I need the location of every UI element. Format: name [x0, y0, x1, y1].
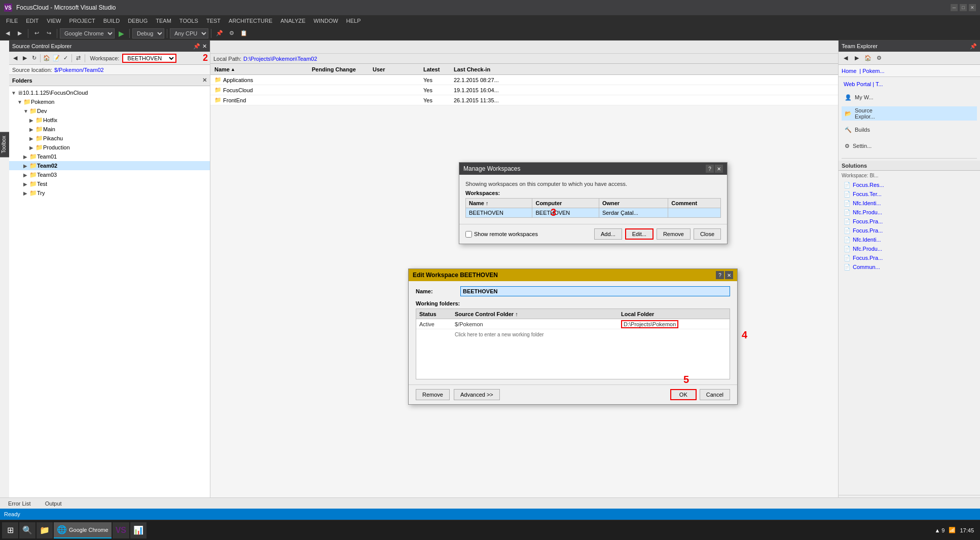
sce-btn-compare[interactable]: ⇄ — [74, 53, 82, 63]
col-header-latest[interactable]: Latest — [423, 66, 454, 72]
col-header-ws-comment[interactable]: Comment — [668, 199, 721, 208]
te-my-work-item[interactable]: 👤 My W... — [842, 90, 977, 104]
te-settings-item[interactable]: ⚙ Settin... — [842, 139, 977, 153]
taskbar-misc-btn[interactable]: 📊 — [130, 522, 147, 538]
tree-item-team02[interactable]: ▶ 📁 Team02 — [9, 161, 210, 170]
menu-view[interactable]: VIEW — [43, 15, 65, 26]
edit-workspace-btn[interactable]: Edit... — [625, 228, 654, 240]
menu-edit[interactable]: EDIT — [22, 15, 43, 26]
sce-btn-2[interactable]: ▶ — [20, 53, 28, 63]
add-workspace-btn[interactable]: Add... — [594, 228, 622, 240]
te-source-explorer-item[interactable]: 📂 SourceExplor... — [842, 106, 977, 121]
te-solution-7[interactable]: 📄 Nfc.Produ... — [842, 244, 977, 253]
taskbar-search-btn[interactable]: 🔍 — [19, 522, 35, 538]
menu-window[interactable]: WINDOW — [310, 15, 342, 26]
show-remote-checkbox[interactable] — [465, 231, 472, 238]
tree-item-server[interactable]: ▼ 🖥 10.1.1.125\FocusOnCloud — [9, 88, 210, 97]
col-header-ws-name[interactable]: Name ↑ — [466, 199, 532, 208]
edit-advanced-btn[interactable]: Advanced >> — [454, 389, 500, 400]
folders-close-btn[interactable]: ✕ — [202, 77, 207, 84]
close-btn[interactable]: ✕ — [969, 4, 976, 11]
te-web-portal-link[interactable]: Web Portal | T... — [842, 80, 977, 88]
tree-item-team03[interactable]: ▶ 📁 Team03 — [9, 170, 210, 179]
menu-file[interactable]: FILE — [2, 15, 22, 26]
run-browser-dropdown[interactable]: Google Chrome — [60, 28, 115, 38]
remove-workspace-btn[interactable]: Remove — [657, 228, 691, 240]
taskbar-vs-btn[interactable]: VS — [113, 522, 129, 538]
edit-dialog-controls[interactable]: ? ✕ — [716, 271, 733, 279]
toolbar-misc1[interactable]: 📌 — [214, 28, 225, 39]
config-dropdown[interactable]: Debug — [132, 28, 164, 38]
file-row-applications[interactable]: 📁 Applications Yes 22.1.2015 08:27... — [210, 75, 838, 85]
te-forward-btn[interactable]: ▶ — [852, 53, 862, 63]
te-solution-0[interactable]: 📄 Focus.Res... — [842, 180, 977, 189]
source-location-value[interactable]: $/Pokemon/Team02 — [54, 67, 104, 73]
tree-item-pikachu[interactable]: ▶ 📁 Pikachu — [9, 134, 210, 143]
sce-close-btn[interactable]: ✕ — [202, 43, 207, 50]
tree-item-test[interactable]: ▶ 📁 Test — [9, 179, 210, 188]
te-nav-home[interactable]: Home | Pokem... — [839, 65, 980, 77]
menu-architecture[interactable]: ARCHITECTURE — [225, 15, 276, 26]
col-header-ws-computer[interactable]: Computer — [532, 199, 599, 208]
show-remote-label[interactable]: Show remote workspaces — [465, 231, 538, 238]
te-solution-2[interactable]: 📄 Nfc.Identi... — [842, 199, 977, 208]
workspace-select[interactable]: BEETHOVEN — [122, 54, 176, 63]
te-builds-item[interactable]: 🔨 Builds — [842, 123, 977, 137]
te-home-btn[interactable]: 🏠 — [863, 53, 873, 63]
sce-btn-home[interactable]: 🏠 — [43, 53, 51, 63]
toolbar-forward[interactable]: ▶ — [14, 28, 25, 39]
file-row-focuscloud[interactable]: 📁 FocusCloud Yes 19.1.2015 16:04... — [210, 85, 838, 95]
window-controls[interactable]: ─ □ ✕ — [951, 4, 976, 11]
menu-tools[interactable]: TOOLS — [175, 15, 202, 26]
wf-new-row[interactable]: Click here to enter a new working folder — [416, 329, 730, 339]
te-solution-5[interactable]: 📄 Focus.Pra... — [842, 226, 977, 235]
wf-row-1[interactable]: Active $/Pokemon D:\Projects\Pokemon — [416, 319, 730, 329]
menu-test[interactable]: TEST — [202, 15, 225, 26]
te-solution-4[interactable]: 📄 Focus.Pra... — [842, 217, 977, 226]
edit-ok-btn[interactable]: OK — [670, 389, 697, 400]
menu-debug[interactable]: DEBUG — [124, 15, 152, 26]
tree-item-hotfix[interactable]: ▶ 📁 Hotfix — [9, 115, 210, 125]
minimize-btn[interactable]: ─ — [951, 4, 958, 11]
platform-dropdown[interactable]: Any CPU — [170, 28, 208, 38]
edit-remove-btn[interactable]: Remove — [416, 389, 450, 400]
edit-cancel-btn[interactable]: Cancel — [700, 389, 730, 400]
sce-btn-pending[interactable]: 📝 — [52, 53, 60, 63]
te-settings-btn[interactable]: ⚙ — [874, 53, 884, 63]
menu-build[interactable]: BUILD — [99, 15, 124, 26]
sce-btn-1[interactable]: ◀ — [11, 53, 19, 63]
toolbox-tab[interactable]: Toolbox — [0, 132, 9, 157]
manage-dialog-close-btn[interactable]: ✕ — [715, 165, 723, 173]
col-header-checkin[interactable]: Last Check-in — [454, 66, 838, 72]
toolbar-redo[interactable]: ↪ — [43, 28, 54, 39]
col-header-ws-owner[interactable]: Owner — [599, 199, 668, 208]
sce-refresh[interactable]: ↻ — [30, 53, 38, 63]
taskbar-file-explorer-btn[interactable]: 📁 — [37, 522, 53, 538]
toolbar-undo[interactable]: ↩ — [31, 28, 42, 39]
tree-item-pokemon[interactable]: ▼ 📁 Pokemon — [9, 97, 210, 106]
tab-error-list[interactable]: Error List — [4, 498, 35, 509]
te-solution-8[interactable]: 📄 Focus.Pra... — [842, 253, 977, 262]
menu-team[interactable]: TEAM — [152, 15, 175, 26]
menu-help[interactable]: HELP — [342, 15, 365, 26]
workspace-row-beethoven[interactable]: BEETHOVEN BEETHOVEN Serdar Çatal... — [466, 208, 721, 218]
col-header-name[interactable]: Name ▲ — [210, 66, 312, 72]
tree-item-try[interactable]: ▶ 📁 Try — [9, 188, 210, 198]
menu-analyze[interactable]: ANALYZE — [276, 15, 309, 26]
sce-btn-checkin[interactable]: ✓ — [61, 53, 69, 63]
sce-pin-btn[interactable]: 📌 — [193, 43, 200, 50]
edit-dialog-close-btn[interactable]: ✕ — [725, 271, 733, 279]
col-header-user[interactable]: User — [373, 66, 423, 72]
menu-project[interactable]: PROJECT — [65, 15, 99, 26]
maximize-btn[interactable]: □ — [960, 4, 967, 11]
toolbar-misc3[interactable]: 📋 — [238, 28, 249, 39]
run-btn[interactable]: ▶ — [116, 28, 127, 39]
te-pin-btn[interactable]: 📌 — [970, 43, 977, 50]
tree-item-production[interactable]: ▶ 📁 Production — [9, 143, 210, 152]
tree-item-dev[interactable]: ▼ 📁 Dev — [9, 106, 210, 115]
edit-name-input[interactable] — [460, 286, 730, 296]
tree-item-team01[interactable]: ▶ 📁 Team01 — [9, 152, 210, 161]
tree-item-main[interactable]: ▶ 📁 Main — [9, 125, 210, 134]
te-solution-1[interactable]: 📄 Focus.Ter... — [842, 189, 977, 199]
close-workspace-dialog-btn[interactable]: Close — [694, 228, 721, 240]
